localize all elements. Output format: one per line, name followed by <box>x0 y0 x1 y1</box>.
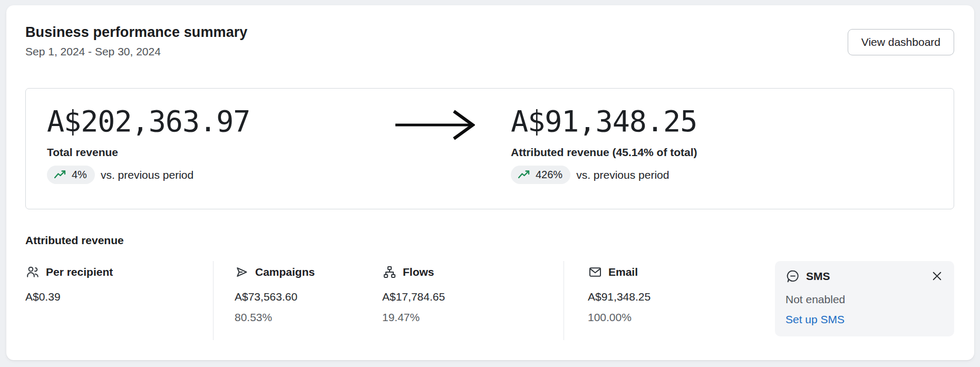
flows-icon <box>382 265 397 279</box>
sms-card-close-button[interactable] <box>929 268 945 284</box>
people-icon <box>25 265 40 279</box>
attributed-metrics-row: Per recipient A$0.39 Campaigns A$73,563.… <box>25 261 954 340</box>
metric-percent: 100.00% <box>588 311 754 324</box>
total-revenue-change-row: 4% vs. previous period <box>47 166 395 184</box>
close-icon <box>930 269 944 283</box>
sms-icon <box>785 269 800 284</box>
attributed-revenue-block: A$91,348.25 Attributed revenue (45.14% o… <box>511 104 697 184</box>
total-revenue-block: A$202,363.97 Total revenue 4% vs. previo… <box>47 104 395 184</box>
page-title: Business performance summary <box>25 24 247 41</box>
metric-col-campaigns: Campaigns A$73,563.60 80.53% <box>214 261 382 340</box>
metric-label: Flows <box>403 266 434 278</box>
attributed-revenue-change-row: 426% vs. previous period <box>511 166 697 184</box>
total-revenue-value: A$202,363.97 <box>47 104 395 138</box>
metric-value: A$73,563.60 <box>235 291 382 303</box>
metric-value: A$0.39 <box>25 291 213 303</box>
trend-up-icon <box>54 170 67 180</box>
set-up-sms-link[interactable]: Set up SMS <box>785 313 845 326</box>
view-dashboard-button[interactable]: View dashboard <box>848 29 954 55</box>
total-revenue-change: 4% <box>72 169 87 181</box>
total-revenue-change-badge: 4% <box>47 166 95 184</box>
metric-label: SMS <box>806 270 830 283</box>
revenue-summary-panel: A$202,363.97 Total revenue 4% vs. previo… <box>25 88 954 209</box>
metric-percent: 19.47% <box>382 311 564 324</box>
card-header: Business performance summary Sep 1, 2024… <box>25 24 954 58</box>
metric-col-flows: Flows A$17,784.65 19.47% <box>382 261 564 340</box>
metric-col-per-recipient: Per recipient A$0.39 <box>25 261 214 340</box>
send-icon <box>235 265 249 279</box>
sms-status-text: Not enabled <box>785 293 945 306</box>
trend-up-icon <box>518 170 531 180</box>
metric-label: Per recipient <box>46 266 113 278</box>
attributed-revenue-section-heading: Attributed revenue <box>25 234 954 247</box>
attributed-revenue-change-badge: 426% <box>511 166 570 184</box>
metric-col-email: Email A$91,348.25 100.00% <box>564 261 754 340</box>
business-performance-card: Business performance summary Sep 1, 2024… <box>6 5 974 360</box>
long-right-arrow-icon <box>395 110 475 140</box>
metric-value: A$17,784.65 <box>382 291 564 303</box>
metric-value: A$91,348.25 <box>588 291 754 303</box>
attributed-revenue-label: Attributed revenue (45.14% of total) <box>511 146 697 159</box>
attributed-revenue-change-suffix: vs. previous period <box>576 169 669 181</box>
metric-percent: 80.53% <box>235 311 382 324</box>
attributed-revenue-value: A$91,348.25 <box>511 104 697 138</box>
total-revenue-change-suffix: vs. previous period <box>101 169 193 181</box>
total-revenue-label: Total revenue <box>47 146 395 159</box>
metric-label: Campaigns <box>255 266 315 278</box>
header-text: Business performance summary Sep 1, 2024… <box>25 24 247 58</box>
email-icon <box>588 265 603 279</box>
attributed-revenue-change: 426% <box>536 169 562 181</box>
date-range: Sep 1, 2024 - Sep 30, 2024 <box>25 45 247 58</box>
metric-label: Email <box>608 266 638 278</box>
sms-promo-card: SMS Not enabled Set up SMS <box>775 261 954 336</box>
arrow-wrap <box>395 104 511 142</box>
